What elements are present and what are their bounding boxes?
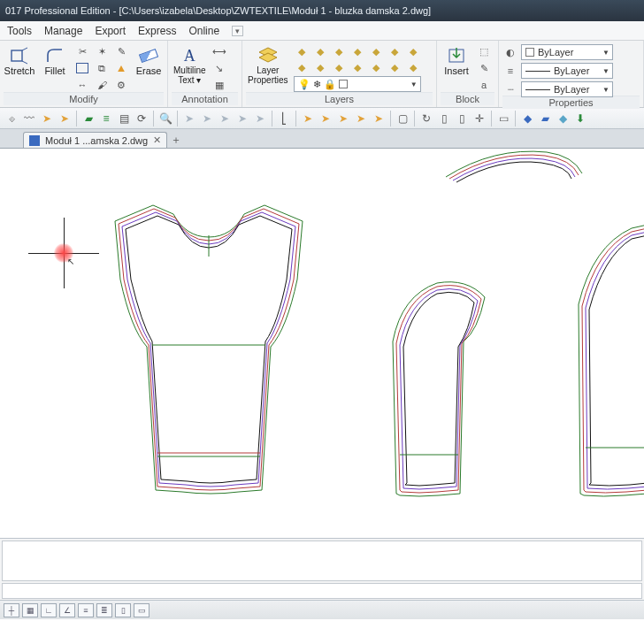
arrow-icon[interactable]: ➤ (181, 111, 197, 126)
lineweight-icon[interactable]: ≡ (502, 64, 518, 78)
tool-icon[interactable]: ◆ (555, 111, 571, 126)
close-tab-icon[interactable]: ✕ (153, 134, 161, 146)
tool-icon[interactable]: ▤ (116, 111, 132, 126)
lineweight-select[interactable]: ByLayer▼ (521, 63, 613, 79)
tool-icon[interactable]: ◆ (519, 111, 535, 126)
explode-icon[interactable]: ✶ (94, 44, 110, 58)
layer-mini-icon[interactable]: ◆ (368, 44, 384, 58)
layer-mini-icon[interactable]: ◆ (387, 60, 402, 74)
menu-online[interactable]: Online (188, 25, 219, 37)
window-icon[interactable]: ▭ (495, 111, 511, 126)
file-tab-label: Moduł 1 ...amska 2.dwg (45, 135, 148, 146)
copy-icon[interactable]: ⧉ (94, 61, 110, 75)
move-icon[interactable]: ↔ (74, 78, 90, 92)
menu-export[interactable]: Export (95, 25, 126, 37)
refresh-icon[interactable]: ⟳ (134, 111, 150, 126)
otrack-toggle[interactable]: ≣ (96, 603, 112, 617)
bracket-icon[interactable]: ⎣ (276, 111, 292, 126)
polar-toggle[interactable]: ∠ (59, 603, 75, 617)
menu-tools[interactable]: Tools (7, 25, 32, 37)
file-tab[interactable]: Moduł 1 ...amska 2.dwg ✕ (23, 132, 167, 148)
table-icon[interactable]: ▦ (211, 78, 227, 92)
rect-icon[interactable] (74, 61, 90, 75)
stretch-button[interactable]: Stretch (4, 44, 35, 78)
tool-icon[interactable]: ▰ (537, 111, 553, 126)
ribbon: Stretch Fillet ✂ ↔ ✶ ⧉ 🖌 ✎ ⚙ (0, 41, 644, 108)
arrow-icon[interactable]: ➤ (300, 111, 316, 126)
drawing-canvas[interactable]: ↖ (0, 149, 644, 538)
layer-mini-icon[interactable]: ◆ (349, 44, 365, 58)
arrow-icon[interactable]: ➤ (252, 111, 268, 126)
arrow-icon[interactable]: ➤ (353, 111, 369, 126)
leader-icon[interactable]: ↘ (211, 61, 227, 75)
layer-mini-icon[interactable]: ◆ (368, 60, 384, 74)
arrow-icon[interactable]: ➤ (234, 111, 250, 126)
menu-chevron-icon[interactable]: ▾ (232, 26, 243, 36)
layer-mini-icon[interactable]: ◆ (294, 60, 310, 74)
mtext-button[interactable]: A Multiline Text ▾ (172, 44, 208, 87)
layer-mini-icon[interactable]: ◆ (405, 44, 421, 58)
tool-icon[interactable]: ⚙ (113, 78, 129, 92)
edit-icon[interactable]: ✎ (113, 44, 129, 58)
layer-mini-icon[interactable]: ◆ (405, 60, 421, 74)
color-select[interactable]: ByLayer▼ (521, 44, 613, 60)
triangle-icon[interactable] (113, 61, 129, 75)
command-area (0, 538, 644, 600)
layer-mini-icon[interactable]: ◆ (312, 44, 328, 58)
tool-icon[interactable]: ≡ (98, 111, 114, 126)
dim-icon[interactable]: ⟷ (211, 44, 227, 58)
layer-mini-icon[interactable]: ◆ (312, 60, 328, 74)
layer-mini-icon[interactable]: ◆ (331, 60, 347, 74)
snap-toggle[interactable]: ┼ (4, 603, 19, 617)
command-history[interactable] (2, 540, 642, 581)
block-create-icon[interactable]: ⬚ (476, 44, 492, 58)
tool-icon[interactable]: ⟐ (4, 111, 19, 126)
match-prop-icon[interactable]: ◐ (502, 45, 518, 59)
arrow-icon[interactable]: ➤ (57, 111, 73, 126)
arrow-icon[interactable]: ➤ (199, 111, 215, 126)
block-edit-icon[interactable]: ✎ (476, 61, 492, 75)
fillet-button[interactable]: Fillet (39, 44, 71, 78)
layer-mini-icon[interactable]: ◆ (331, 44, 347, 58)
trim-icon[interactable]: ✂ (74, 44, 90, 58)
arrow-icon[interactable]: ➤ (318, 111, 334, 126)
layers-icon (257, 46, 279, 65)
doc-icon[interactable]: ▯ (454, 111, 470, 126)
target-icon[interactable]: ✛ (472, 111, 487, 126)
layer-current-select[interactable]: 💡 ❄ 🔒 ▼ (294, 76, 421, 92)
block-attr-icon[interactable]: a (476, 78, 492, 92)
arrow-icon[interactable]: ➤ (371, 111, 387, 126)
linetype-icon[interactable]: ┈ (502, 82, 518, 96)
command-input[interactable] (2, 583, 642, 599)
text-icon: A (179, 46, 200, 65)
erase-button[interactable]: Erase (133, 44, 165, 78)
linetype-select[interactable]: ByLayer▼ (521, 81, 613, 97)
zoom-icon[interactable]: 🔍 (157, 111, 173, 126)
dyn-toggle[interactable]: ▭ (134, 603, 150, 617)
box-icon[interactable]: ▢ (395, 111, 410, 126)
download-icon[interactable]: ⬇ (572, 111, 588, 126)
grid-toggle[interactable]: ▦ (22, 603, 38, 617)
brush-icon[interactable]: 🖌 (94, 78, 110, 92)
arrow-icon[interactable]: ➤ (39, 111, 55, 126)
refresh-icon[interactable]: ↻ (418, 111, 434, 126)
tool-icon[interactable]: 〰 (21, 111, 37, 126)
layer-properties-button[interactable]: Layer Properties (246, 44, 290, 87)
new-tab-icon[interactable]: ＋ (171, 133, 181, 148)
osnap-toggle[interactable]: ≡ (78, 603, 94, 617)
ortho-toggle[interactable]: ∟ (41, 603, 57, 617)
tool-icon[interactable]: ▰ (80, 111, 96, 126)
menu-express[interactable]: Express (138, 25, 176, 37)
insert-button[interactable]: Insert (441, 44, 472, 78)
arrow-icon[interactable]: ➤ (335, 111, 351, 126)
layer-mini-icon[interactable]: ◆ (349, 60, 365, 74)
arrow-icon[interactable]: ➤ (217, 111, 233, 126)
bulb-icon: 💡 (298, 79, 310, 90)
layer-mini-icon[interactable]: ◆ (387, 44, 402, 58)
ducs-toggle[interactable]: ▯ (115, 603, 131, 617)
menu-manage[interactable]: Manage (44, 25, 82, 37)
freeze-icon: ❄ (313, 79, 321, 90)
mtext-label: Multiline Text ▾ (173, 65, 206, 85)
layer-mini-icon[interactable]: ◆ (294, 44, 310, 58)
doc-icon[interactable]: ▯ (436, 111, 452, 126)
